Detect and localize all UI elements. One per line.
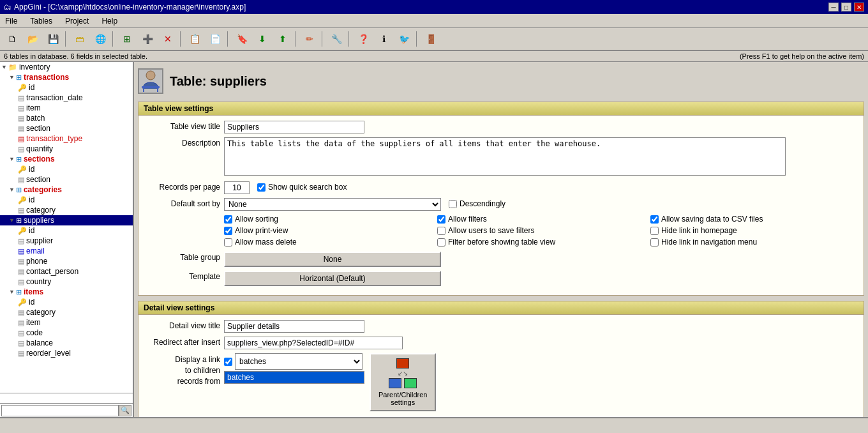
tb-info[interactable]: ℹ: [374, 30, 393, 48]
menu-tables[interactable]: Tables: [27, 15, 55, 27]
tree-suppliers[interactable]: ▼ ⊞ suppliers: [0, 215, 133, 225]
allow-print-view-checkbox[interactable]: [224, 227, 232, 235]
descendingly-checkbox[interactable]: [449, 200, 457, 208]
menu-project[interactable]: Project: [63, 15, 91, 27]
tree-s-id[interactable]: 🔑 id: [0, 164, 133, 174]
tb-globe[interactable]: 🌐: [91, 30, 110, 48]
allow-filters-checkbox[interactable]: [437, 215, 445, 224]
tb-filter[interactable]: 🔖: [232, 30, 251, 48]
tb-exit[interactable]: 🚪: [421, 30, 440, 48]
tree-su-contact-person[interactable]: ▤ contact_person: [0, 266, 133, 277]
tree-i-item[interactable]: ▤ item: [0, 317, 133, 328]
parent-children-button[interactable]: ↙↘ Parent/Childrensettings: [370, 353, 436, 411]
expand-inventory[interactable]: ▼: [1, 64, 7, 70]
tree-t-quantity[interactable]: ▤ quantity: [0, 144, 133, 154]
maximize-button[interactable]: □: [841, 3, 851, 11]
menu-help[interactable]: Help: [99, 15, 120, 27]
tb-twitter[interactable]: 🐦: [394, 30, 414, 48]
tb-copy[interactable]: 📋: [185, 30, 204, 48]
tree-t-item[interactable]: ▤ item: [0, 103, 133, 113]
tree-view[interactable]: ▼ 📁 inventory ▼ ⊞ transactions 🔑 id ▤ tr…: [0, 62, 133, 393]
filter-before-showing-checkbox[interactable]: [437, 238, 445, 247]
default-sort-row: Default sort by None Descendingly: [144, 198, 858, 211]
tb-open[interactable]: 📂: [23, 30, 42, 48]
tb-sep8: [416, 31, 419, 47]
tree-transactions[interactable]: ▼ ⊞ transactions: [0, 72, 133, 82]
records-per-page-input[interactable]: [224, 181, 250, 194]
tree-i-reorder-level[interactable]: ▤ reorder_level: [0, 348, 133, 358]
tree-t-id[interactable]: 🔑 id: [0, 82, 133, 93]
status-left: 6 tables in database. 6 fields in select…: [4, 52, 147, 60]
hide-link-homepage-label: Hide link in homepage: [661, 226, 737, 235]
tb-add-table[interactable]: ➕: [138, 30, 157, 48]
quick-search-checkbox[interactable]: [257, 183, 266, 192]
search-button[interactable]: 🔍: [119, 405, 131, 416]
tree-sections[interactable]: ▼ ⊞ sections: [0, 154, 133, 164]
tree-i-code[interactable]: ▤ code: [0, 328, 133, 338]
tree-i-balance[interactable]: ▤ balance: [0, 338, 133, 348]
child-records-select[interactable]: batches: [235, 353, 363, 370]
tree-items[interactable]: ▼ ⊞ items: [0, 287, 133, 297]
checkboxes-control: Allow sorting Allow filters Allow saving…: [224, 215, 858, 248]
tb-new[interactable]: 🗋: [3, 30, 22, 48]
tree-i-category[interactable]: ▤ category: [0, 307, 133, 317]
tree-categories[interactable]: ▼ ⊞ categories: [0, 185, 133, 195]
batches-checkbox[interactable]: [224, 358, 232, 366]
child-list-item-batches[interactable]: batches: [225, 372, 364, 383]
field-icon7: ▤: [18, 206, 24, 215]
template-button[interactable]: Horizontal (Default): [224, 271, 441, 286]
tb-up-arrow[interactable]: ⬆: [273, 30, 292, 48]
close-button[interactable]: ✕: [854, 3, 864, 11]
right-panel[interactable]: Table: suppliers Table view settings Tab…: [134, 62, 868, 417]
window-controls[interactable]: ─ □ ✕: [828, 3, 864, 11]
tb-pencil[interactable]: ✏: [300, 30, 319, 48]
allow-sorting-checkbox[interactable]: [224, 215, 232, 224]
tb-down-arrow[interactable]: ⬇: [253, 30, 272, 48]
tb-help-q[interactable]: ❓: [354, 30, 373, 48]
tree-t-section[interactable]: ▤ section: [0, 123, 133, 133]
minimize-button[interactable]: ─: [828, 3, 839, 11]
tree-t-batch[interactable]: ▤ batch: [0, 113, 133, 123]
expand-categories[interactable]: ▼: [9, 186, 15, 193]
tree-su-id[interactable]: 🔑 id: [0, 225, 133, 236]
redirect-after-insert-input[interactable]: [224, 337, 403, 349]
child-list[interactable]: batches: [224, 371, 364, 384]
default-sort-select[interactable]: None: [224, 198, 441, 211]
tree-i-id[interactable]: 🔑 id: [0, 297, 133, 307]
expand-suppliers[interactable]: ▼: [9, 217, 15, 224]
allow-mass-delete-checkbox[interactable]: [224, 238, 232, 247]
menu-file[interactable]: File: [3, 15, 20, 27]
tree-su-country[interactable]: ▤ country: [0, 277, 133, 287]
expand-transactions[interactable]: ▼: [9, 74, 15, 80]
tree-inventory[interactable]: ▼ 📁 inventory: [0, 62, 133, 72]
tree-t-transaction-date[interactable]: ▤ transaction_date: [0, 93, 133, 103]
tree-c-id[interactable]: 🔑 id: [0, 195, 133, 205]
table-view-settings-body: Table view title Description This table …: [138, 116, 864, 295]
tree-su-email[interactable]: ▤ email: [0, 246, 133, 256]
table-group-button[interactable]: None: [224, 252, 441, 267]
expand-sections[interactable]: ▼: [9, 156, 15, 162]
tree-c-category[interactable]: ▤ category: [0, 205, 133, 215]
expand-items[interactable]: ▼: [9, 289, 15, 295]
detail-view-title-input[interactable]: [224, 320, 364, 333]
tree-su-supplier[interactable]: ▤ supplier: [0, 236, 133, 246]
left-horizontal-scrollbar[interactable]: [0, 393, 133, 403]
allow-csv-label: Allow saving data to CSV files: [661, 215, 763, 224]
tb-delete[interactable]: ✕: [158, 30, 177, 48]
description-textarea[interactable]: This table lists the data of the supplie…: [224, 137, 786, 176]
allow-users-save-filters-checkbox[interactable]: [437, 227, 445, 235]
allow-csv-checkbox[interactable]: [650, 215, 659, 224]
search-input[interactable]: [1, 405, 119, 416]
tb-save[interactable]: 💾: [43, 30, 63, 48]
tb-paste[interactable]: 📄: [206, 30, 225, 48]
hide-link-homepage-checkbox[interactable]: [650, 227, 659, 235]
hide-link-nav-checkbox[interactable]: [650, 238, 659, 247]
right-content: Table: suppliers Table view settings Tab…: [134, 62, 868, 417]
tb-grid[interactable]: ⊞: [117, 30, 137, 48]
tree-s-section[interactable]: ▤ section: [0, 174, 133, 185]
table-view-title-input[interactable]: [224, 121, 364, 133]
tree-su-phone[interactable]: ▤ phone: [0, 256, 133, 266]
tb-database[interactable]: 🗃: [70, 30, 89, 48]
tb-tools[interactable]: 🔧: [327, 30, 346, 48]
tree-t-transaction-type[interactable]: ▤ transaction_type: [0, 133, 133, 144]
